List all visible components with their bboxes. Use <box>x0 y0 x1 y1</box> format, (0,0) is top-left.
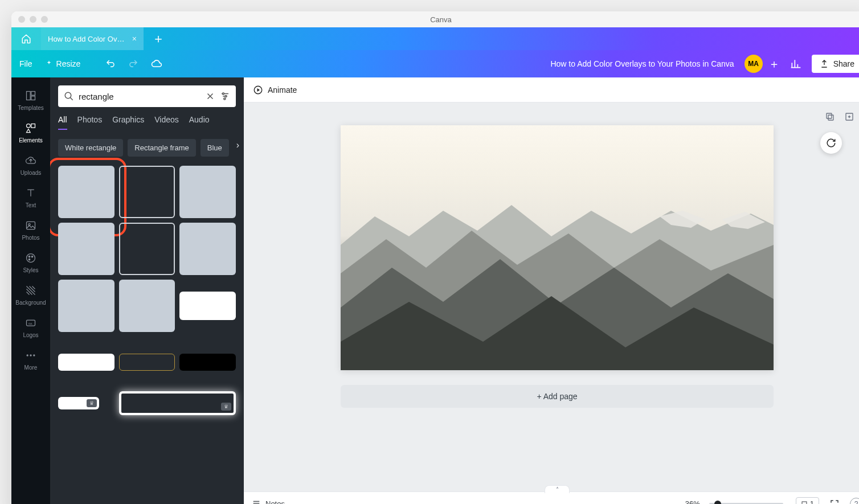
side-rail: Templates Elements Uploads Text Photos S… <box>11 77 50 504</box>
rail-item-styles[interactable]: Styles <box>11 247 50 279</box>
titlebar: Canva <box>11 11 859 27</box>
redo-icon[interactable] <box>128 59 138 69</box>
panel-tab-audio[interactable]: Audio <box>189 115 210 130</box>
rail-item-logos[interactable]: co. Logos <box>11 312 50 344</box>
panel-tab-all[interactable]: All <box>58 115 67 130</box>
add-collaborator-button[interactable]: ＋ <box>768 56 780 72</box>
document-tab[interactable]: How to Add Color Ove... × <box>41 27 144 50</box>
result-item[interactable]: ♕ <box>119 391 236 415</box>
resize-button[interactable]: Resize <box>45 59 81 68</box>
result-item[interactable] <box>119 166 175 218</box>
suggestion-pills: White rectangle Rectangle frame Blue › <box>50 130 244 157</box>
svg-rect-1 <box>31 92 35 96</box>
rail-label: Templates <box>18 105 44 111</box>
result-item[interactable] <box>179 354 236 371</box>
rail-item-photos[interactable]: Photos <box>11 214 50 247</box>
main-toolbar: File Resize How to Add Color Overlays to… <box>11 50 859 77</box>
minimize-window-button[interactable] <box>30 16 36 23</box>
add-page-button[interactable]: + Add page <box>341 385 774 408</box>
pill-blue[interactable]: Blue <box>201 139 229 157</box>
page-count-label: 1 <box>810 499 814 504</box>
panel-tab-photos[interactable]: Photos <box>77 115 103 130</box>
insights-icon[interactable] <box>790 58 801 69</box>
animate-button[interactable]: Animate <box>253 85 297 95</box>
zoom-readout: 36% <box>685 499 700 504</box>
add-page-label: + Add page <box>537 392 577 401</box>
result-item[interactable] <box>179 223 236 275</box>
fullscreen-icon[interactable] <box>829 499 840 505</box>
search-results: ♕ ♕ <box>50 157 244 504</box>
svg-point-13 <box>27 354 28 356</box>
svg-point-14 <box>30 354 31 356</box>
undo-icon[interactable] <box>105 59 116 69</box>
panel-tab-graphics[interactable]: Graphics <box>112 115 144 130</box>
result-item[interactable]: ♕ <box>58 397 99 409</box>
notes-button[interactable]: Notes <box>252 499 285 505</box>
result-item[interactable] <box>179 292 236 320</box>
stage[interactable]: + Add page <box>244 103 859 491</box>
svg-point-9 <box>31 256 33 257</box>
rail-item-text[interactable]: Text <box>11 182 50 214</box>
panel-tab-videos[interactable]: Videos <box>154 115 179 130</box>
duplicate-page-icon[interactable] <box>825 112 835 122</box>
more-icon <box>25 350 36 361</box>
page-count-button[interactable]: 1 <box>796 497 819 504</box>
result-item[interactable] <box>119 354 175 371</box>
rail-label: Text <box>26 202 36 208</box>
result-item[interactable] <box>58 166 114 218</box>
search-input[interactable] <box>79 92 201 101</box>
avatar[interactable]: MA <box>745 55 763 73</box>
text-icon <box>25 187 36 199</box>
rail-label: More <box>24 364 38 371</box>
svg-rect-4 <box>31 124 35 128</box>
document-title[interactable]: How to Add Color Overlays to Your Photos… <box>550 59 734 68</box>
rail-label: Elements <box>19 137 43 144</box>
pill-white-rectangle[interactable]: White rectangle <box>58 139 123 157</box>
uploads-icon <box>25 155 36 166</box>
share-button[interactable]: Share <box>812 55 859 73</box>
filter-icon[interactable] <box>220 91 230 101</box>
new-tab-button[interactable]: ＋ <box>144 27 173 50</box>
result-item[interactable] <box>119 223 175 275</box>
rail-item-elements[interactable]: Elements <box>11 117 50 149</box>
svg-point-17 <box>223 93 224 95</box>
pill-rectangle-frame[interactable]: Rectangle frame <box>128 139 195 157</box>
result-item[interactable] <box>119 280 175 332</box>
rail-item-templates[interactable]: Templates <box>11 84 50 117</box>
result-item[interactable] <box>179 166 236 218</box>
svg-point-15 <box>33 354 35 356</box>
result-item[interactable] <box>58 354 114 371</box>
clear-search-icon[interactable] <box>205 91 215 101</box>
chevron-right-icon[interactable]: › <box>236 140 239 150</box>
animate-icon <box>253 85 263 95</box>
cloud-sync-icon[interactable] <box>151 58 162 69</box>
help-button[interactable]: ? <box>850 498 859 505</box>
toolbar-left: File Resize <box>19 58 162 69</box>
svg-rect-2 <box>31 96 35 100</box>
canvas-area: Animate <box>244 77 859 504</box>
rail-item-more[interactable]: More <box>11 344 50 376</box>
sparkle-icon <box>45 60 53 68</box>
close-tab-icon[interactable]: × <box>132 34 137 43</box>
add-page-icon[interactable] <box>844 112 854 122</box>
rail-label: Uploads <box>21 170 42 176</box>
file-menu[interactable]: File <box>19 59 32 68</box>
result-item[interactable] <box>58 223 114 275</box>
close-window-button[interactable] <box>18 16 25 23</box>
rail-item-background[interactable]: Background <box>11 279 50 312</box>
regenerate-button[interactable] <box>820 132 842 154</box>
svg-rect-30 <box>802 502 807 505</box>
canvas-page[interactable] <box>341 125 774 370</box>
document-tabbar: How to Add Color Ove... × ＋ <box>11 27 859 50</box>
rail-item-uploads[interactable]: Uploads <box>11 149 50 182</box>
svg-point-10 <box>28 259 30 260</box>
mountain-photo <box>341 125 774 370</box>
zoom-thumb[interactable] <box>714 501 721 505</box>
grid-icon <box>801 501 808 505</box>
share-label: Share <box>833 59 854 68</box>
app-window: Canva How to Add Color Ove... × ＋ File R… <box>11 11 859 504</box>
home-tab[interactable] <box>11 27 41 50</box>
result-item[interactable] <box>58 280 114 332</box>
expand-timeline-button[interactable]: ˄ <box>545 485 570 493</box>
maximize-window-button[interactable] <box>41 16 48 23</box>
